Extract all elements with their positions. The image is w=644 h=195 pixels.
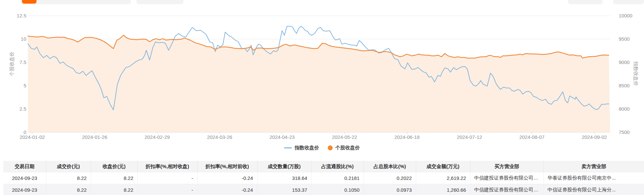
x-axis-tick-label: 2024-03-26 — [207, 134, 232, 140]
x-axis-tick-label: 2024-05-22 — [332, 134, 357, 140]
table-cell: 0.2022 — [364, 172, 416, 184]
table-cell: 153.37 — [257, 184, 311, 195]
column-header: 买方营业部 — [470, 161, 543, 172]
column-header: 收盘价(元) — [91, 161, 137, 172]
table-row: 2024-09-238.228.22--0.24153.370.10500.09… — [3, 184, 644, 195]
legend-line-marker — [284, 147, 292, 148]
column-header: 成交数量(万股) — [257, 161, 311, 172]
x-axis-tick-label: 2024-02-29 — [145, 134, 170, 140]
x-axis-tick-label: 2024-01-26 — [82, 134, 107, 140]
table-row: 2024-09-238.228.22--0.24318.640.21810.20… — [3, 172, 644, 184]
right-axis-tick-label: 10000 — [619, 13, 632, 18]
legend-label: 个股收盘价 — [335, 145, 360, 151]
column-header: 成交价(元) — [46, 161, 91, 172]
table-cell: 1,260.66 — [416, 184, 470, 195]
table-cell: 中信建投证券股份有限公司芜... — [470, 172, 543, 184]
x-axis-tick-label: 2024-01-02 — [20, 134, 45, 140]
right-axis-tick-label: 8000 — [619, 106, 630, 112]
column-header: 卖方营业部 — [543, 161, 644, 172]
left-axis-tick-label: 10 — [7, 36, 26, 42]
left-axis-tick-label: 2.5 — [7, 106, 26, 112]
legend-circle-marker — [328, 145, 333, 150]
right-axis-tick-label: 7500 — [619, 129, 630, 135]
table-cell: - — [137, 172, 197, 184]
table-cell: 0.1050 — [311, 184, 364, 195]
legend-item-stock-close[interactable]: 个股收盘价 — [328, 145, 360, 151]
table-header-row: 交易日期成交价(元)收盘价(元)折扣率(%,相对收盘)折扣率(%,相对前收)成交… — [3, 161, 644, 172]
table-cell: 中信证券股份有限公司上海分... — [543, 184, 644, 195]
left-axis-tick-label: 5 — [7, 83, 26, 88]
x-axis-tick-label: 2024-08-07 — [519, 134, 545, 140]
table-cell: -0.24 — [197, 172, 257, 184]
x-axis-tick-label: 2024-09-02 — [582, 134, 607, 140]
column-header: 折扣率(%,相对前收) — [197, 161, 257, 172]
legend-label: 指数收盘价 — [295, 145, 319, 151]
table-cell: 2024-09-23 — [3, 184, 46, 195]
table-cell: 8.22 — [91, 184, 137, 195]
x-axis-tick-label: 2024-06-18 — [394, 134, 420, 140]
block-trade-page: { "top_tabs": { "note": "tab strip cut o… — [0, 0, 644, 195]
right-axis-name: 指数收盘价 — [632, 61, 639, 87]
column-header: 折扣率(%,相对收盘) — [137, 161, 197, 172]
column-header: 交易日期 — [3, 161, 46, 172]
table-cell: - — [137, 184, 197, 195]
left-axis-tick-label: 12.5 — [7, 13, 26, 18]
table-cell: -0.24 — [197, 184, 257, 195]
table-cell: 8.22 — [46, 184, 91, 195]
table-cell: 8.22 — [91, 172, 137, 184]
column-header: 成交金额(万元) — [416, 161, 470, 172]
block-trade-table: 交易日期成交价(元)收盘价(元)折扣率(%,相对收盘)折扣率(%,相对前收)成交… — [3, 161, 644, 195]
table-cell: 8.22 — [46, 172, 91, 184]
table-cell: 0.2181 — [311, 172, 364, 184]
x-axis-tick-label: 2024-04-23 — [270, 134, 295, 140]
table-cell: 318.64 — [257, 172, 311, 184]
column-header: 占总股本比(%) — [364, 161, 416, 172]
price-chart — [0, 0, 644, 143]
table-cell: 0.0973 — [364, 184, 416, 195]
column-header: 占流通股比(%) — [311, 161, 364, 172]
table-cell: 2,619.22 — [416, 172, 470, 184]
stock-price-area — [28, 35, 610, 132]
chart-legend: 指数收盘价个股收盘价 — [0, 145, 644, 151]
left-axis-name: 个股收盘价 — [9, 51, 15, 77]
right-axis-tick-label: 9000 — [619, 59, 630, 65]
legend-item-index-close[interactable]: 指数收盘价 — [284, 145, 319, 151]
table-cell: 中信建投证券股份有限公司芜... — [470, 184, 543, 195]
table-cell: 华泰证券股份有限公司南京中... — [543, 172, 644, 184]
right-axis-tick-label: 9500 — [619, 36, 630, 42]
right-axis-tick-label: 8500 — [619, 83, 630, 88]
x-axis-tick-label: 2024-07-12 — [457, 134, 482, 140]
table-cell: 2024-09-23 — [3, 172, 46, 184]
